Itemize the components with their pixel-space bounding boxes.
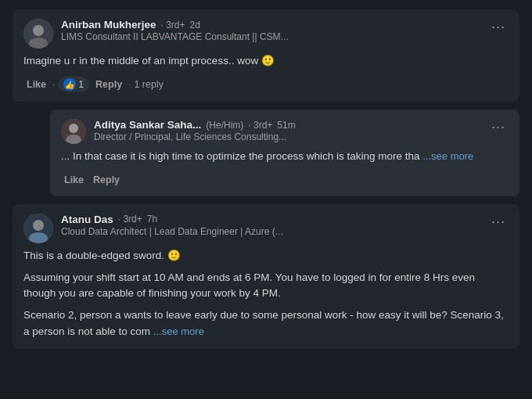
avatar-aditya — [61, 119, 86, 144]
user-name-aditya[interactable]: Aditya Sankar Saha... — [94, 119, 201, 131]
user-info-aditya: Aditya Sankar Saha... (He/Him) · 3rd+ 51… — [94, 119, 296, 142]
svg-point-1 — [33, 25, 44, 36]
avatar-anirban — [23, 19, 53, 49]
more-options-icon-atanu[interactable]: ··· — [488, 214, 509, 230]
comment-text-aditya: ... In that case it is high time to opti… — [61, 150, 419, 162]
user-name-row: Anirban Mukherjee · 3rd+ 2d — [61, 19, 289, 31]
comment-body-atanu: This is a double-edged sword. 🙂 Assuming… — [23, 248, 509, 340]
reply-count[interactable]: 1 reply — [134, 79, 164, 90]
user-name[interactable]: Anirban Mukherjee — [61, 19, 156, 31]
user-badge-atanu: · 3rd+ — [118, 214, 142, 225]
comment-body-aditya: ... In that case it is high time to opti… — [61, 149, 509, 164]
atanu-text-2: Assuming your shift start at 10 AM and e… — [23, 271, 475, 299]
comment-actions-aditya: Like Reply — [61, 173, 509, 187]
atanu-line-3: Scenario 2, person a wants to leave earl… — [23, 307, 509, 340]
user-badge: · 3rd+ — [161, 20, 185, 31]
more-options-icon-aditya[interactable]: ··· — [488, 119, 509, 135]
user-time-atanu: 7h — [147, 214, 157, 225]
more-options-icon[interactable]: ··· — [488, 19, 509, 35]
svg-point-7 — [33, 220, 44, 231]
comment-actions-anirban: Like · 👍 1 Reply · 1 reply — [23, 77, 509, 92]
like-icon: 👍 — [63, 78, 76, 91]
reply-button-aditya[interactable]: Reply — [90, 173, 123, 187]
reply-button-anirban[interactable]: Reply — [92, 77, 125, 92]
comment-header-aditya: Aditya Sankar Saha... (He/Him) · 3rd+ 51… — [61, 119, 509, 144]
comment-header: Anirban Mukherjee · 3rd+ 2d LIMS Consult… — [23, 19, 509, 49]
comment-body-anirban: Imagine u r in the middle of an impt pro… — [23, 53, 509, 69]
comment-left: Anirban Mukherjee · 3rd+ 2d LIMS Consult… — [23, 19, 289, 49]
user-info-atanu: Atanu Das · 3rd+ 7h Cloud Data Architect… — [61, 214, 283, 237]
atanu-text-3: Scenario 2, person a wants to leave earl… — [23, 309, 504, 336]
see-more-atanu[interactable]: ...see more — [153, 325, 204, 337]
comment-anirban: Anirban Mukherjee · 3rd+ 2d LIMS Consult… — [13, 9, 519, 102]
user-pronouns-aditya: (He/Him) — [206, 120, 243, 131]
separator-2: · — [128, 79, 131, 90]
user-time: 2d — [190, 20, 200, 31]
reaction-count: 1 — [78, 79, 84, 90]
user-title-aditya: Director / Principal, Life Sciences Cons… — [94, 131, 296, 142]
like-button-aditya[interactable]: Like — [61, 173, 87, 187]
atanu-line-2: Assuming your shift start at 10 AM and e… — [23, 270, 509, 302]
comment-aditya: Aditya Sankar Saha... (He/Him) · 3rd+ 51… — [50, 110, 519, 196]
comment-header-atanu: Atanu Das · 3rd+ 7h Cloud Data Architect… — [23, 214, 509, 243]
user-badge-aditya: · 3rd+ — [248, 120, 272, 131]
comment-left-aditya: Aditya Sankar Saha... (He/Him) · 3rd+ 51… — [61, 119, 296, 144]
user-info-anirban: Anirban Mukherjee · 3rd+ 2d LIMS Consult… — [61, 19, 289, 42]
comment-left-atanu: Atanu Das · 3rd+ 7h Cloud Data Architect… — [23, 214, 283, 243]
nested-reply: Aditya Sankar Saha... (He/Him) · 3rd+ 51… — [50, 110, 519, 196]
user-title: LIMS Consultant II LABVANTAGE Consultant… — [61, 31, 289, 42]
reaction-badge: 👍 1 — [58, 77, 89, 92]
svg-point-4 — [69, 124, 78, 133]
separator-1: · — [52, 79, 55, 90]
avatar-atanu — [23, 214, 53, 243]
feed-container: Anirban Mukherjee · 3rd+ 2d LIMS Consult… — [0, 0, 532, 366]
comment-atanu: Atanu Das · 3rd+ 7h Cloud Data Architect… — [13, 204, 519, 349]
atanu-line-1: This is a double-edged sword. 🙂 — [23, 248, 509, 264]
atanu-text-1: This is a double-edged sword. 🙂 — [23, 250, 181, 261]
user-name-atanu[interactable]: Atanu Das — [61, 214, 113, 225]
see-more-aditya[interactable]: ...see more — [422, 150, 473, 162]
like-button-anirban[interactable]: Like — [23, 77, 49, 92]
user-name-row-atanu: Atanu Das · 3rd+ 7h — [61, 214, 283, 225]
user-name-row-aditya: Aditya Sankar Saha... (He/Him) · 3rd+ 51… — [94, 119, 296, 131]
user-title-atanu: Cloud Data Architect | Lead Data Enginee… — [61, 226, 283, 237]
user-time-aditya: 51m — [277, 120, 295, 131]
